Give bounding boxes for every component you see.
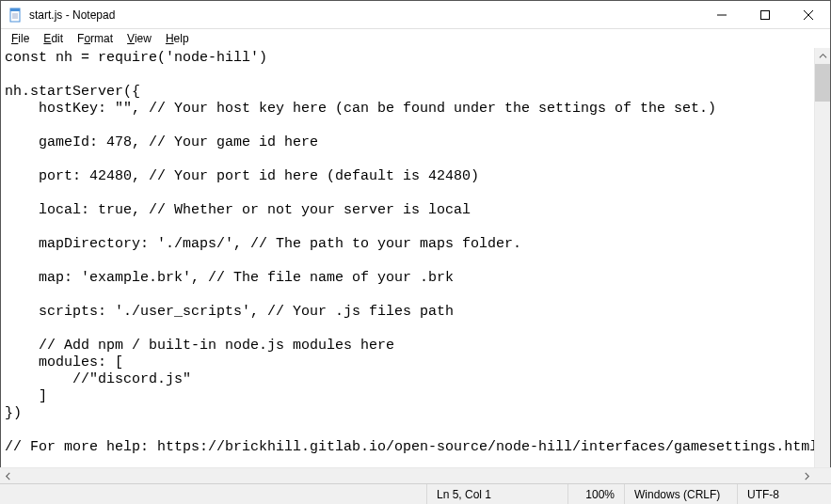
scroll-right-icon[interactable] [799,468,815,484]
close-button[interactable] [787,1,830,28]
minimize-button[interactable] [700,1,743,28]
text-editor[interactable]: const nh = require('node-hill') nh.start… [1,48,814,482]
status-line-ending: Windows (CRLF) [624,484,737,504]
vertical-scroll-thumb[interactable] [815,64,830,102]
menu-view[interactable]: View [120,31,159,46]
svg-rect-6 [761,10,770,19]
menubar: File Edit Format View Help [1,29,830,48]
status-zoom: 100% [567,484,624,504]
status-encoding: UTF-8 [737,484,831,504]
scroll-left-icon[interactable] [0,468,16,484]
menu-edit[interactable]: Edit [37,31,71,46]
editor-area: const nh = require('node-hill') nh.start… [1,48,830,482]
window-title: start.js - Notepad [29,8,700,22]
scroll-corner [815,468,831,484]
menu-format[interactable]: Format [71,31,120,46]
horizontal-scrollbar[interactable] [0,467,831,483]
svg-rect-1 [10,8,20,11]
menu-file[interactable]: File [5,31,37,46]
vertical-scrollbar[interactable] [814,48,830,482]
titlebar: start.js - Notepad [1,1,830,29]
menu-help[interactable]: Help [159,31,197,46]
statusbar: Ln 5, Col 1 100% Windows (CRLF) UTF-8 [0,483,831,504]
maximize-button[interactable] [743,1,787,28]
window-controls [700,1,830,28]
notepad-icon [8,8,24,23]
status-cursor-position: Ln 5, Col 1 [426,484,567,504]
scroll-up-icon[interactable] [815,48,830,64]
